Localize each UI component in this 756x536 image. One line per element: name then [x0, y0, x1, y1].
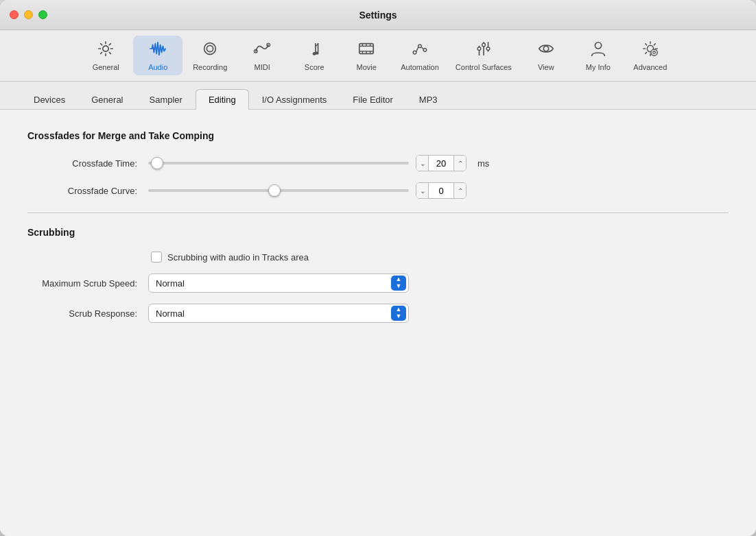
scrub-response-select-wrapper: Normal Slow Fast ▲ ▼ — [148, 304, 409, 323]
scrub-response-label: Scrub Response: — [27, 308, 137, 319]
toolbar-item-my-info[interactable]: My Info — [574, 36, 623, 75]
crossfade-time-slider-container: ⌄ 20 ⌃ ms — [148, 155, 489, 171]
toolbar-item-advanced[interactable]: Advanced — [626, 36, 675, 75]
person-icon — [589, 40, 607, 60]
toolbar-label-my-info: My Info — [586, 63, 611, 71]
control-surfaces-icon — [475, 40, 493, 60]
movie-icon — [357, 40, 375, 60]
tab-devices[interactable]: Devices — [21, 89, 78, 110]
svg-point-17 — [418, 45, 422, 48]
svg-point-6 — [316, 51, 319, 55]
title-bar: Settings — [0, 0, 756, 30]
maximize-button[interactable] — [38, 10, 47, 19]
svg-point-1 — [204, 43, 216, 55]
tab-sampler[interactable]: Sampler — [137, 89, 196, 110]
crossfade-time-decrement[interactable]: ⌄ — [416, 155, 429, 171]
section-divider — [27, 212, 729, 213]
toolbar-label-recording: Recording — [193, 63, 227, 71]
tab-editing[interactable]: Editing — [196, 89, 249, 110]
window-title: Settings — [359, 10, 397, 21]
toolbar-item-view[interactable]: View — [521, 36, 571, 75]
crossfade-time-unit: ms — [477, 158, 489, 169]
toolbar-label-control-surfaces: Control Surfaces — [456, 63, 512, 71]
scrubbing-checkbox-label: Scrubbing with audio in Tracks area — [167, 252, 309, 263]
tab-bar: Devices General Sampler Editing I/O Assi… — [0, 82, 756, 110]
crossfade-time-increment[interactable]: ⌃ — [453, 155, 466, 171]
toolbar-item-automation[interactable]: Automation — [394, 36, 446, 75]
scrubbing-checkbox-row: Scrubbing with audio in Tracks area — [27, 252, 729, 263]
settings-window: Settings General Audio — [0, 0, 756, 536]
crossfade-curve-decrement[interactable]: ⌄ — [416, 182, 429, 199]
svg-point-18 — [423, 49, 427, 52]
toolbar-label-score: Score — [305, 63, 324, 71]
toolbar-label-audio: Audio — [148, 63, 167, 71]
crossfade-time-slider[interactable] — [148, 162, 409, 165]
svg-point-24 — [486, 47, 490, 51]
crossfade-curve-value: 0 — [429, 186, 453, 196]
content-area: Crossfades for Merge and Take Comping Cr… — [0, 110, 756, 536]
crossfade-curve-increment[interactable]: ⌃ — [453, 182, 466, 199]
toolbar-item-general[interactable]: General — [81, 36, 130, 75]
svg-point-0 — [103, 46, 108, 51]
record-icon — [201, 40, 219, 60]
tab-file-editor[interactable]: File Editor — [340, 89, 406, 110]
crossfades-section-title: Crossfades for Merge and Take Comping — [27, 130, 729, 141]
crossfade-curve-slider[interactable] — [148, 189, 409, 192]
toolbar-label-movie: Movie — [357, 63, 377, 71]
close-button[interactable] — [10, 10, 19, 19]
scrubbing-checkbox-wrapper: Scrubbing with audio in Tracks area — [151, 252, 309, 263]
max-scrub-speed-row: Maximum Scrub Speed: Normal Half Speed Q… — [27, 273, 729, 293]
scrubbing-section-title: Scrubbing — [27, 227, 729, 238]
scrub-response-select[interactable]: Normal Slow Fast — [148, 304, 409, 323]
crossfade-time-stepper: ⌄ 20 ⌃ — [416, 155, 466, 171]
eye-icon — [537, 40, 555, 60]
waveform-icon — [149, 40, 167, 60]
crossfade-curve-label: Crossfade Curve: — [27, 186, 137, 196]
toolbar-item-score[interactable]: Score — [290, 36, 339, 75]
crossfade-time-thumb[interactable] — [151, 157, 163, 169]
svg-point-26 — [595, 42, 601, 49]
svg-point-16 — [413, 51, 416, 54]
toolbar-item-recording[interactable]: Recording — [185, 36, 235, 75]
score-icon — [305, 40, 323, 60]
midi-icon — [253, 40, 271, 60]
toolbar-item-audio[interactable]: Audio — [133, 36, 182, 75]
gear-icon — [97, 40, 115, 60]
tab-mp3[interactable]: MP3 — [406, 89, 451, 110]
toolbar-label-general: General — [93, 63, 119, 71]
toolbar-label-midi: MIDI — [255, 63, 270, 71]
toolbar-label-view: View — [538, 63, 554, 71]
advanced-icon — [641, 40, 659, 60]
crossfade-time-value: 20 — [429, 158, 453, 169]
crossfade-curve-thumb[interactable] — [268, 184, 281, 197]
max-scrub-speed-select-wrapper: Normal Half Speed Quarter Speed ▲ ▼ — [148, 273, 409, 293]
scrubbing-checkbox[interactable] — [151, 252, 162, 263]
crossfade-curve-stepper: ⌄ 0 ⌃ — [416, 182, 466, 199]
svg-point-22 — [482, 43, 486, 47]
svg-point-23 — [477, 47, 481, 51]
traffic-lights — [10, 10, 47, 19]
minimize-button[interactable] — [24, 10, 33, 19]
scrub-response-row: Scrub Response: Normal Slow Fast ▲ ▼ — [27, 304, 729, 323]
svg-point-2 — [207, 45, 213, 51]
toolbar: General Audio Recording — [0, 30, 756, 82]
crossfade-curve-row: Crossfade Curve: ⌄ 0 ⌃ — [27, 182, 729, 199]
toolbar-item-movie[interactable]: Movie — [342, 36, 391, 75]
crossfade-curve-slider-container: ⌄ 0 ⌃ — [148, 182, 466, 199]
toolbar-label-automation: Automation — [401, 63, 439, 71]
tab-general[interactable]: General — [78, 89, 136, 110]
toolbar-label-advanced: Advanced — [633, 63, 667, 71]
max-scrub-speed-select[interactable]: Normal Half Speed Quarter Speed — [148, 273, 409, 293]
crossfade-time-row: Crossfade Time: ⌄ 20 ⌃ ms — [27, 155, 729, 171]
tab-io-assignments[interactable]: I/O Assignments — [249, 89, 340, 110]
automation-icon — [411, 40, 429, 60]
svg-point-28 — [651, 49, 657, 56]
crossfade-time-label: Crossfade Time: — [27, 158, 137, 169]
toolbar-item-control-surfaces[interactable]: Control Surfaces — [449, 36, 519, 75]
svg-point-25 — [543, 46, 548, 51]
max-scrub-speed-label: Maximum Scrub Speed: — [27, 278, 137, 289]
toolbar-item-midi[interactable]: MIDI — [237, 36, 287, 75]
